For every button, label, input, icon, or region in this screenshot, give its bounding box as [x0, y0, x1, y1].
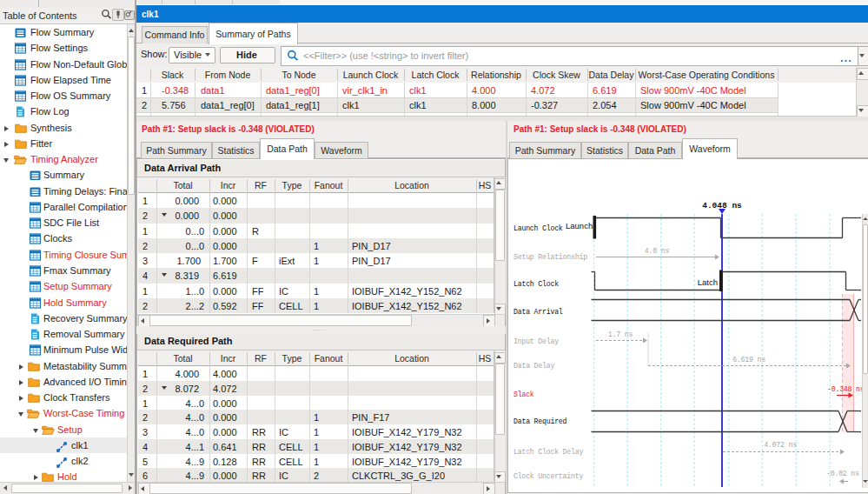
svg-text:Latch Clock Delay: Latch Clock Delay	[514, 448, 583, 456]
svg-text:1.7 ns: 1.7 ns	[608, 330, 633, 338]
svg-text:4.072 ns: 4.072 ns	[764, 441, 797, 449]
svg-text:4.048 ns: 4.048 ns	[702, 201, 742, 210]
svg-text:Latch Clock: Latch Clock	[514, 280, 559, 288]
svg-text:Slack: Slack	[514, 391, 534, 398]
svg-text:Data Delay: Data Delay	[514, 362, 554, 370]
svg-text:Data Required: Data Required	[514, 417, 567, 425]
svg-text:-0.02 ns: -0.02 ns	[826, 470, 859, 477]
svg-text:Data Arrival: Data Arrival	[514, 308, 563, 316]
svg-text:Launch Clock: Launch Clock	[514, 224, 563, 232]
svg-text:-0.348 ns: -0.348 ns	[827, 385, 862, 393]
svg-text:Latch: Latch	[698, 277, 718, 287]
svg-text:Launch: Launch	[566, 221, 593, 230]
svg-text:Input Delay: Input Delay	[514, 337, 559, 345]
svg-text:4.0 ns: 4.0 ns	[645, 247, 670, 255]
svg-text:Setup Relationship: Setup Relationship	[514, 253, 587, 261]
svg-text:6.619 ns: 6.619 ns	[732, 356, 765, 364]
svg-text:Clock Uncertainty: Clock Uncertainty	[514, 472, 583, 480]
